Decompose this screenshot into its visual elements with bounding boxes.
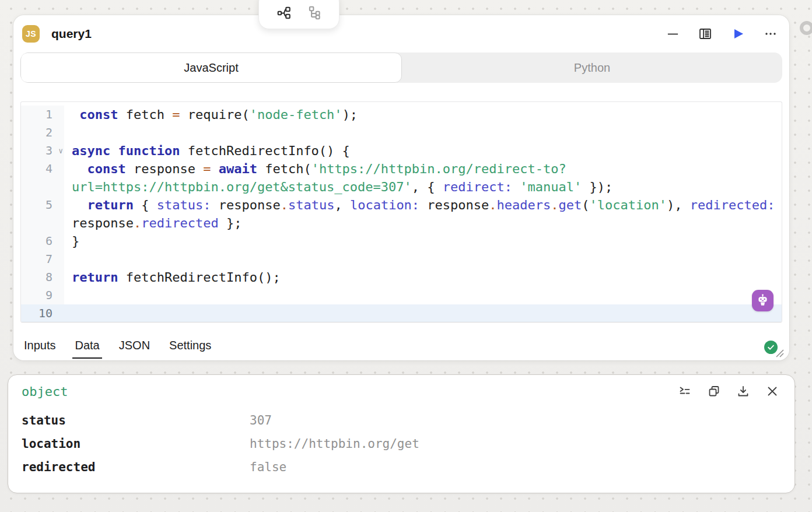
bottom-tab-bar: InputsDataJSONSettings bbox=[13, 334, 789, 360]
output-row: status307 bbox=[8, 409, 794, 432]
language-tab-python[interactable]: Python bbox=[402, 52, 782, 83]
run-icon[interactable] bbox=[731, 27, 745, 41]
resize-handle[interactable] bbox=[774, 348, 786, 358]
code-text bbox=[64, 286, 72, 304]
query-title: query1 bbox=[51, 27, 92, 41]
code-line[interactable]: 5 return { status: response.status, loca… bbox=[21, 196, 782, 214]
code-line[interactable]: 8return fetchRedirectInfo(); bbox=[21, 268, 782, 286]
js-badge: JS bbox=[22, 25, 40, 43]
output-rows: status307locationhttps://httpbin.org/get… bbox=[8, 408, 794, 480]
window-actions bbox=[666, 27, 778, 41]
language-tab-javascript[interactable]: JavaScript bbox=[20, 52, 402, 83]
tree-icon[interactable] bbox=[307, 5, 322, 20]
code-text bbox=[64, 304, 72, 322]
download-icon[interactable] bbox=[736, 384, 750, 398]
code-line[interactable]: 10 bbox=[21, 304, 782, 322]
robot-icon bbox=[755, 293, 770, 308]
close-icon[interactable] bbox=[765, 384, 779, 398]
code-line[interactable]: url=https://httpbin.org/get&status_code=… bbox=[21, 178, 782, 196]
output-key: status bbox=[8, 413, 250, 427]
code-text: const response = await fetch('https://ht… bbox=[64, 160, 566, 178]
more-options-icon[interactable] bbox=[764, 27, 778, 41]
code-text: return { status: response.status, locati… bbox=[64, 196, 775, 214]
code-text: async function fetchRedirectInfo() { bbox=[64, 142, 350, 160]
line-number: 10 bbox=[21, 304, 64, 322]
code-line[interactable]: 3∨async function fetchRedirectInfo() { bbox=[21, 142, 782, 160]
code-text bbox=[64, 250, 72, 268]
language-tabs: JavaScriptPython bbox=[20, 52, 782, 83]
code-line[interactable]: 2 bbox=[21, 124, 782, 142]
output-value: 307 bbox=[250, 413, 272, 427]
tab-settings[interactable]: Settings bbox=[167, 335, 214, 359]
output-key: location bbox=[8, 437, 250, 451]
code-editor[interactable]: 1 const fetch = require('node-fetch');23… bbox=[20, 101, 782, 322]
output-actions bbox=[678, 384, 779, 398]
line-number bbox=[21, 178, 64, 196]
output-value: false bbox=[250, 460, 286, 474]
output-panel: object bbox=[8, 374, 795, 493]
line-number: 6 bbox=[21, 232, 64, 250]
line-number: 9 bbox=[21, 286, 64, 304]
minimize-icon[interactable] bbox=[666, 27, 680, 41]
output-header: object bbox=[8, 375, 794, 408]
line-number: 1 bbox=[21, 106, 64, 124]
line-number: 5 bbox=[21, 196, 64, 214]
workflow-icon[interactable] bbox=[276, 5, 292, 20]
canvas-node-handle[interactable] bbox=[800, 21, 812, 35]
line-number: 2 bbox=[21, 124, 64, 142]
query-card: JS query1 JavaScriptPython bbox=[13, 15, 789, 360]
code-text bbox=[64, 124, 72, 142]
code-line[interactable]: 4 const response = await fetch('https://… bbox=[21, 160, 782, 178]
output-key: redirected bbox=[8, 460, 250, 474]
code-line[interactable]: response.redirected }; bbox=[21, 214, 782, 232]
fold-chevron-icon[interactable]: ∨ bbox=[58, 142, 63, 160]
expand-icon[interactable] bbox=[678, 384, 692, 398]
ai-assistant-button[interactable] bbox=[752, 290, 774, 311]
code-text: } bbox=[64, 232, 79, 250]
code-text: response.redirected }; bbox=[64, 214, 242, 232]
tab-data[interactable]: Data bbox=[72, 335, 102, 359]
line-number: 4 bbox=[21, 160, 64, 178]
copy-icon[interactable] bbox=[707, 384, 721, 398]
tab-inputs[interactable]: Inputs bbox=[22, 335, 58, 359]
line-number bbox=[21, 214, 64, 232]
tab-json[interactable]: JSON bbox=[117, 335, 152, 359]
code-text: url=https://httpbin.org/get&status_code=… bbox=[64, 178, 612, 196]
code-text: return fetchRedirectInfo(); bbox=[64, 268, 281, 286]
line-number: 8 bbox=[21, 268, 64, 286]
code-text: const fetch = require('node-fetch'); bbox=[64, 106, 358, 124]
output-row: locationhttps://httpbin.org/get bbox=[8, 432, 794, 455]
line-number: 7 bbox=[21, 250, 64, 268]
node-toolbar bbox=[258, 0, 340, 29]
card-header: JS query1 bbox=[13, 15, 789, 52]
output-row: redirectedfalse bbox=[8, 455, 794, 479]
code-line[interactable]: 7 bbox=[21, 250, 782, 268]
code-line[interactable]: 1 const fetch = require('node-fetch'); bbox=[21, 106, 782, 124]
code-lines: 1 const fetch = require('node-fetch');23… bbox=[21, 102, 782, 322]
output-type-label: object bbox=[22, 384, 68, 399]
code-line[interactable]: 6} bbox=[21, 232, 782, 250]
output-value: https://httpbin.org/get bbox=[250, 437, 419, 451]
panel-layout-icon[interactable] bbox=[698, 27, 712, 41]
code-line[interactable]: 9 bbox=[21, 286, 782, 304]
line-number: 3∨ bbox=[21, 142, 64, 160]
